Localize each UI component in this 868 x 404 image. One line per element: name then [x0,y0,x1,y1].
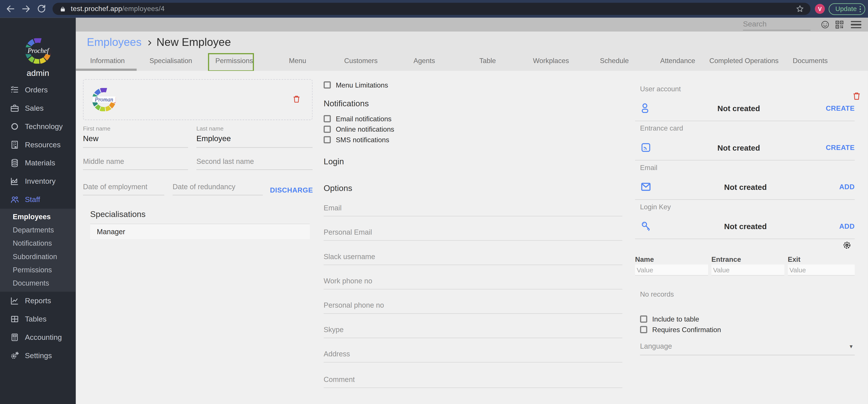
briefcase-icon [10,103,20,113]
qr-code-icon[interactable] [835,20,844,29]
address-field[interactable]: Address [323,348,622,362]
sidebar-item-technology[interactable]: Technology [0,117,76,136]
discharge-button[interactable]: DISCHARGE [270,186,313,194]
sms-notifications-checkbox[interactable] [323,136,331,143]
sidebar-item-tables[interactable]: Tables [0,310,76,328]
email-field[interactable]: Email [323,202,622,216]
factory-chart-icon [10,176,20,186]
search-input[interactable] [743,19,810,30]
filter-exit-input[interactable]: Value [788,264,855,275]
bookmark-star-icon[interactable] [796,4,804,13]
sms-notifications-row[interactable]: SMS notifications [323,136,389,144]
tab-permissions[interactable]: Permissions [203,51,266,70]
sidebar-item-sales[interactable]: Sales [0,99,76,117]
requires-confirmation-row[interactable]: Requires Confirmation [640,326,721,334]
column-header-exit[interactable]: Exit [788,255,801,263]
entrance-card-label: Entrance card [640,124,683,132]
browser-forward-icon[interactable] [21,4,31,14]
include-to-table-checkbox[interactable] [640,316,647,323]
sidebar-item-resources[interactable]: Resources [0,136,76,154]
personal-email-field[interactable]: Personal Email [323,227,622,240]
browser-update-button[interactable]: Update [829,3,865,15]
sidebar-item-staff[interactable]: Staff [0,190,76,208]
breadcrumb-employees-link[interactable]: Employees [87,36,142,49]
remove-avatar-icon[interactable] [292,94,301,104]
tab-documents[interactable]: Documents [778,51,842,70]
email-row: Not created ADD [640,176,855,198]
tab-specialisation[interactable]: Specialisation [139,51,202,70]
sidebar-item-orders[interactable]: Orders [0,81,76,99]
create-user-account-button[interactable]: CREATE [826,104,855,112]
sidebar-item-documents[interactable]: Documents [0,277,76,290]
tab-completed-operations[interactable]: Completed Operations [709,51,778,70]
sidebar-item-label: Settings [25,351,52,359]
sidebar-item-reports[interactable]: Reports [0,291,76,310]
slack-username-field[interactable]: Slack username [323,251,622,265]
table-settings-gear-icon[interactable] [842,240,852,250]
sidebar-item-label: Orders [25,86,48,94]
avatar-upload-box[interactable]: Proman [83,79,313,120]
specialisation-list-item[interactable]: Manager [90,223,310,239]
smiley-icon[interactable] [820,20,830,29]
browser-profile-avatar[interactable]: V [815,4,825,14]
sidebar-item-materials[interactable]: Materials [0,153,76,172]
address-placeholder: Address [323,349,350,358]
menu-limitations-checkbox[interactable] [323,81,331,89]
sidebar-item-permissions[interactable]: Permissions [0,263,76,276]
create-entrance-card-button[interactable]: CREATE [826,144,855,151]
sidebar-item-settings[interactable]: Settings [0,346,76,365]
sidebar-item-accounting[interactable]: Accounting [0,328,76,346]
tab-information[interactable]: Information [76,51,139,70]
column-header-name[interactable]: Name [635,255,654,263]
add-login-key-button[interactable]: ADD [839,222,855,230]
last-name-label: Last name [196,125,313,132]
work-phone-placeholder: Work phone no [323,277,372,285]
hamburger-menu-icon[interactable] [851,20,861,29]
requires-confirmation-checkbox[interactable] [640,326,647,333]
divider [635,160,855,160]
skype-field[interactable]: Skype [323,324,622,338]
url-text: test.prochef.app/employees/4 [71,5,165,13]
language-select[interactable]: Language ▼ [640,341,855,355]
online-notifications-checkbox[interactable] [323,126,331,133]
include-to-table-row[interactable]: Include to table [640,315,699,323]
filter-name-input[interactable]: Value [635,264,708,275]
login-key-status: Not created [652,222,839,230]
add-email-button[interactable]: ADD [839,183,855,191]
browser-reload-icon[interactable] [37,4,46,14]
tab-attendance[interactable]: Attendance [646,51,709,70]
date-of-redundancy-placeholder: Date of redundancy [173,182,263,191]
email-notifications-row[interactable]: Email notifications [323,115,392,123]
divider [635,120,855,121]
browser-back-icon[interactable] [5,4,16,14]
tab-schedule[interactable]: Schedule [583,51,646,70]
tab-menu[interactable]: Menu [266,51,329,70]
sidebar-item-subordination[interactable]: Subordination [0,250,76,263]
tab-table[interactable]: Table [456,51,519,70]
date-of-employment-field[interactable]: Date of employment [83,182,164,195]
first-name-field[interactable]: First name New [83,125,188,147]
sidebar-item-inventory[interactable]: Inventory [0,172,76,190]
tab-workplaces[interactable]: Workplaces [519,51,583,70]
column-header-entrance[interactable]: Entrance [712,255,741,263]
url-host: test.prochef.app [71,5,122,13]
address-bar[interactable]: test.prochef.app/employees/4 [53,3,810,15]
sidebar-item-notifications[interactable]: Notifications [0,237,76,250]
work-phone-field[interactable]: Work phone no [323,276,622,289]
main-area: Employees New Employee Information Speci… [76,18,868,404]
middle-name-field[interactable]: Middle name [83,157,188,170]
online-notifications-row[interactable]: Online notifications [323,125,394,133]
sidebar-item-employees[interactable]: Employees [0,210,76,223]
filter-entrance-input[interactable]: Value [712,264,784,275]
tab-customers[interactable]: Customers [329,51,393,70]
date-of-redundancy-field[interactable]: Date of redundancy [173,182,263,195]
personal-phone-field[interactable]: Personal phone no [323,300,622,314]
sidebar-item-departments[interactable]: Departments [0,223,76,237]
tab-agents[interactable]: Agents [393,51,456,70]
comment-field[interactable]: Comment [323,374,622,388]
second-last-name-field[interactable]: Second last name [196,157,313,170]
menu-limitations-checkbox-row[interactable]: Menu Limitations [323,81,388,89]
email-notifications-checkbox[interactable] [323,115,331,122]
browser-toolbar: test.prochef.app/employees/4 V Update [0,0,868,18]
last-name-field[interactable]: Last name Employee [196,125,313,147]
